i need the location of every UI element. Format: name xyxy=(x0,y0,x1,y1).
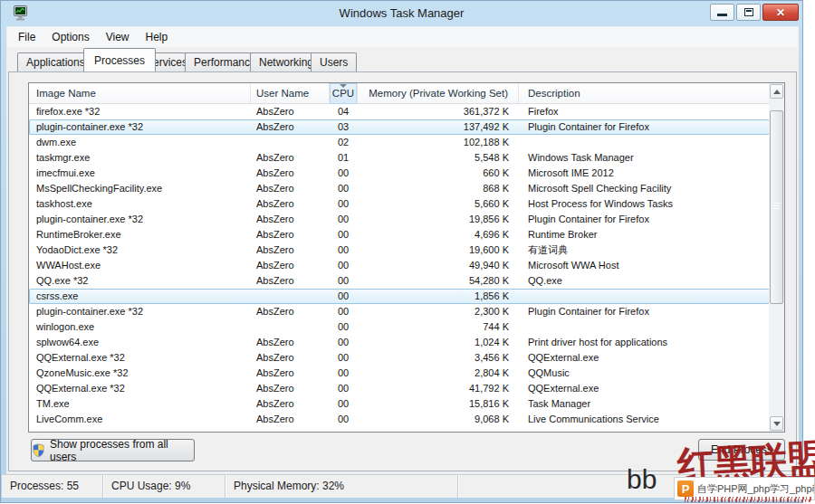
cell-image-name: csrss.exe xyxy=(29,289,251,304)
table-row[interactable]: MsSpellCheckingFacility.exe AbsZero 00 8… xyxy=(29,181,770,196)
table-row[interactable]: splwow64.exe AbsZero 00 1,024 K Print dr… xyxy=(29,335,770,350)
scrollbar-thumb[interactable] xyxy=(770,110,783,304)
scrollbar-grip-icon xyxy=(773,203,780,211)
minimize-button[interactable] xyxy=(710,4,734,21)
cell-user-name: AbsZero xyxy=(251,212,330,227)
cell-description: Host Process for Windows Tasks xyxy=(519,196,770,212)
cell-memory: 868 K xyxy=(358,181,519,196)
cell-image-name: firefox.exe *32 xyxy=(29,104,251,119)
menu-file[interactable]: File xyxy=(10,28,43,46)
table-row[interactable]: YodaoDict.exe *32 AbsZero 00 19,600 K 有道… xyxy=(29,242,770,258)
table-row[interactable]: RuntimeBroker.exe AbsZero 00 4,696 K Run… xyxy=(29,227,770,242)
scroll-down-button[interactable] xyxy=(770,416,783,431)
table-row[interactable]: TM.exe AbsZero 00 15,816 K Task Manager xyxy=(29,396,770,412)
cell-user-name xyxy=(251,289,330,304)
tab-users[interactable]: Users xyxy=(311,52,357,71)
table-row[interactable]: firefox.exe *32 AbsZero 04 361,372 K Fir… xyxy=(29,104,770,119)
cell-user-name: AbsZero xyxy=(251,350,330,366)
cell-image-name: winlogon.exe xyxy=(29,319,251,335)
uac-shield-icon xyxy=(32,443,45,457)
scroll-up-button[interactable] xyxy=(770,84,783,99)
cell-description: Microsoft IME 2012 xyxy=(519,166,770,181)
cell-user-name: AbsZero xyxy=(251,366,330,381)
cell-cpu: 00 xyxy=(330,196,358,212)
table-row[interactable]: dwm.exe 02 102,188 K xyxy=(29,135,770,150)
table-row[interactable]: QzoneMusic.exe *32 AbsZero 00 2,804 K QQ… xyxy=(29,366,770,381)
tab-processes[interactable]: Processes xyxy=(83,48,156,71)
cell-user-name: AbsZero xyxy=(251,242,330,258)
minimize-icon xyxy=(717,14,727,16)
table-row[interactable]: plugin-container.exe *32 AbsZero 00 2,30… xyxy=(29,304,770,319)
cell-cpu: 00 xyxy=(330,412,358,427)
cell-memory: 2,300 K xyxy=(358,304,519,319)
cell-description: Runtime Broker xyxy=(519,227,770,242)
column-header-memory[interactable]: Memory (Private Working Set) xyxy=(358,83,519,104)
cell-description: QQMusic xyxy=(519,366,770,381)
cell-cpu: 01 xyxy=(330,150,358,166)
table-row[interactable]: taskmgr.exe AbsZero 01 5,548 K Windows T… xyxy=(29,150,770,166)
cell-memory: 102,188 K xyxy=(358,135,519,150)
cell-user-name: AbsZero xyxy=(251,196,330,212)
table-row[interactable]: QQExternal.exe *32 AbsZero 00 41,792 K Q… xyxy=(29,381,770,396)
cell-description: Windows Task Manager xyxy=(519,150,770,166)
menu-help[interactable]: Help xyxy=(138,28,177,46)
table-row[interactable]: imecfmui.exe AbsZero 00 660 K Microsoft … xyxy=(29,166,770,181)
show-all-users-button[interactable]: Show processes from all users xyxy=(31,439,195,461)
watermark-bb: bb xyxy=(627,464,657,495)
watermark-php-site: 自学PHP网_php学习_php教程 xyxy=(697,482,815,496)
cell-image-name: plugin-container.exe *32 xyxy=(29,119,251,135)
cell-cpu: 00 xyxy=(330,242,358,258)
table-row[interactable]: plugin-container.exe *32 AbsZero 03 137,… xyxy=(29,119,770,135)
cell-cpu: 00 xyxy=(330,166,358,181)
task-manager-window: Windows Task Manager ✕ File Options View… xyxy=(0,0,803,503)
cell-description: Plugin Container for Firefox xyxy=(519,212,770,227)
table-row[interactable]: winlogon.exe 00 744 K xyxy=(29,319,770,335)
cell-memory: 137,492 K xyxy=(358,119,519,135)
cell-memory: 49,940 K xyxy=(358,258,519,273)
status-physical-memory: Physical Memory: 32% xyxy=(225,475,458,498)
column-header-cpu[interactable]: CPU xyxy=(330,83,358,104)
cell-cpu: 00 xyxy=(330,366,358,381)
cell-memory: 1,856 K xyxy=(358,289,519,304)
cell-image-name: QQExternal.exe *32 xyxy=(29,350,251,366)
window-title: Windows Task Manager xyxy=(1,6,802,20)
cell-user-name: AbsZero xyxy=(251,166,330,181)
table-row[interactable]: plugin-container.exe *32 AbsZero 00 19,8… xyxy=(29,212,770,227)
cell-user-name: AbsZero xyxy=(251,396,330,412)
cell-cpu: 00 xyxy=(330,227,358,242)
column-header-user-name[interactable]: User Name xyxy=(251,83,330,104)
cell-cpu: 00 xyxy=(330,289,358,304)
cell-cpu: 03 xyxy=(330,119,358,135)
cell-cpu: 00 xyxy=(330,258,358,273)
table-row[interactable]: QQ.exe *32 AbsZero 00 54,280 K QQ.exe xyxy=(29,273,770,289)
tab-applications[interactable]: Applications xyxy=(17,52,94,71)
table-row[interactable]: LiveComm.exe AbsZero 00 9,068 K Live Com… xyxy=(29,412,770,427)
column-header-description[interactable]: Description xyxy=(519,83,770,104)
close-button[interactable]: ✕ xyxy=(762,4,799,21)
column-header-image-name[interactable]: Image Name xyxy=(29,83,251,104)
table-row[interactable]: csrss.exe 00 1,856 K xyxy=(29,289,770,304)
cell-description: Microsoft Spell Checking Facility xyxy=(519,181,770,196)
titlebar[interactable]: Windows Task Manager ✕ xyxy=(1,1,802,26)
table-row[interactable]: taskhost.exe AbsZero 00 5,660 K Host Pro… xyxy=(29,196,770,212)
cell-image-name: WWAHost.exe xyxy=(29,258,251,273)
sort-descending-icon xyxy=(340,84,347,88)
cell-memory: 3,456 K xyxy=(358,350,519,366)
cell-memory: 15,816 K xyxy=(358,396,519,412)
cell-image-name: LiveComm.exe xyxy=(29,412,251,427)
tab-strip: Applications Processes Services Performa… xyxy=(8,47,797,71)
cell-user-name xyxy=(251,135,330,150)
menu-bar: File Options View Help xyxy=(7,27,798,47)
cell-image-name: taskmgr.exe xyxy=(29,150,251,166)
table-row[interactable]: QQExternal.exe *32 AbsZero 00 3,456 K QQ… xyxy=(29,350,770,366)
cell-image-name: imecfmui.exe xyxy=(29,166,251,181)
menu-options[interactable]: Options xyxy=(43,28,97,46)
menu-view[interactable]: View xyxy=(98,28,138,46)
cell-user-name: AbsZero xyxy=(251,104,330,119)
cell-user-name: AbsZero xyxy=(251,335,330,350)
vertical-scrollbar[interactable] xyxy=(769,83,784,432)
cell-image-name: QQExternal.exe *32 xyxy=(29,381,251,396)
table-row[interactable]: WWAHost.exe AbsZero 00 49,940 K Microsof… xyxy=(29,258,770,273)
maximize-button[interactable] xyxy=(736,4,761,21)
php-logo-icon: P xyxy=(677,480,694,497)
